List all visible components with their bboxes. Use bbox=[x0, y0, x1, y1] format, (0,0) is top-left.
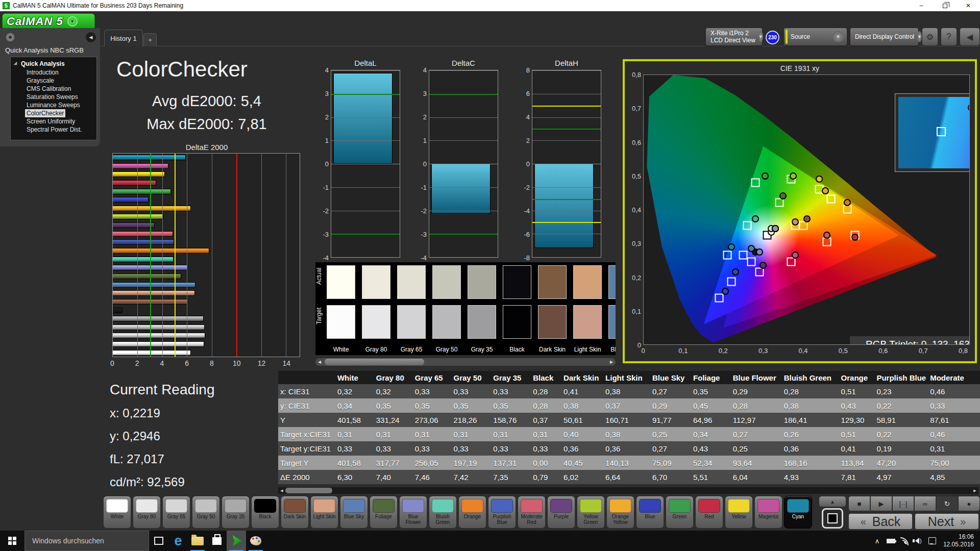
add-tab-button[interactable]: + bbox=[143, 33, 157, 46]
meter-dropdown[interactable]: X-Rite i1Pro 2 LCD Direct View ▼ bbox=[705, 28, 763, 46]
scrollbar-thumb[interactable] bbox=[285, 488, 332, 493]
swatch-scrollbar[interactable]: ◀ ▶ bbox=[315, 358, 616, 366]
tabbar-divider bbox=[100, 46, 980, 46]
scrollbar-thumb[interactable] bbox=[325, 359, 424, 365]
patch-button-red[interactable]: Red bbox=[695, 496, 723, 529]
paint-taskbar-button[interactable] bbox=[246, 531, 265, 551]
task-view-button[interactable] bbox=[149, 531, 168, 551]
patch-button-cyan[interactable]: Cyan bbox=[784, 496, 812, 529]
patch-button-blue-sky[interactable]: Blue Sky bbox=[340, 496, 368, 529]
patch-button-dark-skin[interactable]: Dark Skin bbox=[281, 496, 309, 529]
patch-button-purple[interactable]: Purple bbox=[547, 496, 575, 529]
sidebar-item-screen-uniformity[interactable]: Screen Uniformity bbox=[25, 117, 77, 126]
sidebar-item-introduction[interactable]: Introduction bbox=[25, 68, 60, 77]
table-cell: 273,06 bbox=[413, 413, 452, 427]
gridline bbox=[532, 117, 601, 118]
patch-button-black[interactable]: Black bbox=[251, 496, 279, 529]
file-explorer-button[interactable] bbox=[188, 531, 207, 551]
patch-button-light-skin[interactable]: Light Skin bbox=[310, 496, 338, 529]
patch-button-foliage[interactable]: Foliage bbox=[370, 496, 398, 529]
sidebar-item-spectral-power-dist-[interactable]: Spectral Power Dist. bbox=[25, 126, 84, 134]
patch-button-yellow-green[interactable]: Yellow Green bbox=[577, 496, 605, 529]
patch-button-blue[interactable]: Blue bbox=[636, 496, 664, 529]
help-button[interactable]: ? bbox=[941, 28, 957, 46]
patch-button-orange[interactable]: Orange bbox=[458, 496, 486, 529]
frame-button[interactable]: [··] bbox=[892, 496, 914, 511]
patch-button-bluish-green[interactable]: Bluish Green bbox=[429, 496, 457, 529]
scroll-right-icon[interactable]: ▶ bbox=[607, 358, 616, 366]
minimize-button[interactable]: – bbox=[910, 0, 933, 11]
patch-button-purplish-blue[interactable]: Purplish Blue bbox=[488, 496, 516, 529]
action-center-icon[interactable] bbox=[925, 531, 939, 551]
row-label: Target y:CIE31 bbox=[278, 441, 335, 456]
logo-dropdown-icon[interactable]: ▼ bbox=[67, 16, 78, 27]
search-input[interactable]: Windows durchsuchen bbox=[24, 531, 149, 551]
sidebar-item-grayscale[interactable]: Grayscale bbox=[25, 77, 56, 85]
table-scrollbar[interactable]: ◀ ▶ bbox=[278, 487, 978, 494]
patch-button-gray-80[interactable]: Gray 80 bbox=[133, 496, 161, 529]
sidebar-item-saturation-sweeps[interactable]: Saturation Sweeps bbox=[25, 93, 80, 101]
battery-icon[interactable] bbox=[884, 531, 898, 551]
taskbar-clock[interactable]: 16:06 12.05.2016 bbox=[939, 533, 980, 548]
next-button[interactable]: Next » bbox=[915, 513, 979, 530]
store-button[interactable] bbox=[207, 531, 227, 551]
scroll-right-icon[interactable]: ▶ bbox=[971, 487, 978, 494]
volume-icon[interactable]: ) bbox=[912, 531, 925, 551]
scroll-left-icon[interactable]: ◀ bbox=[278, 487, 285, 494]
patch-swatch bbox=[669, 499, 691, 513]
start-button[interactable] bbox=[0, 531, 24, 551]
pattern-window-button[interactable] bbox=[822, 508, 843, 529]
column-header-moderate: Moderate bbox=[928, 371, 980, 384]
table-row-target-x-cie31: Target x:CIE310,310,310,310,310,310,310,… bbox=[278, 427, 980, 441]
edge-taskbar-button[interactable]: e bbox=[168, 531, 188, 551]
tree-root-quick-analysis[interactable]: Quick Analysis bbox=[14, 60, 96, 67]
continuous-button[interactable]: ∞ bbox=[914, 496, 936, 511]
tab-history-1[interactable]: History 1 bbox=[104, 30, 143, 46]
calman-taskbar-button[interactable] bbox=[227, 531, 246, 551]
patch-button-moderate-red[interactable]: Moderate Red bbox=[518, 496, 546, 529]
settings-button[interactable]: ⚙ bbox=[922, 28, 938, 46]
patch-button-green[interactable]: Green bbox=[666, 496, 694, 529]
scroll-left-icon[interactable]: ◀ bbox=[315, 358, 324, 366]
back-button[interactable]: « Back bbox=[848, 513, 913, 530]
patch-button-orange-yellow[interactable]: Orange Yellow bbox=[606, 496, 634, 529]
patch-button-gray-35[interactable]: Gray 35 bbox=[222, 496, 250, 529]
patch-swatch bbox=[521, 499, 543, 513]
session-indicator-icon[interactable] bbox=[5, 32, 15, 42]
tray-chevron-icon[interactable]: ∧ bbox=[870, 531, 884, 551]
patch-swatch bbox=[165, 499, 187, 513]
calman-logo[interactable]: CalMAN 5 ▼ bbox=[2, 13, 95, 30]
y-tick-label: 2 bbox=[325, 113, 329, 121]
sidebar-item-cms-calibration[interactable]: CMS Calibration bbox=[25, 85, 72, 93]
calman-wordmark: CalMAN 5 bbox=[7, 15, 63, 28]
target-swatch bbox=[608, 305, 616, 339]
patch-button-gray-50[interactable]: Gray 50 bbox=[192, 496, 220, 529]
edge-icon: e bbox=[174, 534, 182, 548]
sidebar-collapse-button[interactable]: ◀ bbox=[86, 32, 96, 42]
patch-swatch bbox=[432, 499, 454, 513]
collapse-panel-button[interactable]: ◀ bbox=[960, 28, 980, 46]
wifi-icon[interactable] bbox=[898, 531, 912, 551]
patch-button-white[interactable]: White bbox=[103, 496, 131, 529]
sidebar-item-colorchecker[interactable]: ColorChecker bbox=[25, 109, 65, 117]
patch-button-blue-flower[interactable]: Blue Flower bbox=[399, 496, 427, 529]
refresh-button[interactable]: ↻ bbox=[936, 496, 958, 511]
close-button[interactable]: ✕ bbox=[957, 0, 980, 11]
stop-button[interactable]: ■ bbox=[848, 496, 870, 511]
y-tick-label: 0,1 bbox=[626, 307, 641, 315]
source-dropdown[interactable]: Source ▼ bbox=[783, 28, 847, 46]
patch-button-gray-65[interactable]: Gray 65 bbox=[162, 496, 190, 529]
actual-swatch bbox=[503, 265, 531, 299]
patch-label: Purple bbox=[548, 514, 574, 519]
patch-button-magenta[interactable]: Magenta bbox=[754, 496, 782, 529]
patch-button-yellow[interactable]: Yellow bbox=[725, 496, 753, 529]
current-reading-value: fL: 27,017 bbox=[110, 452, 164, 466]
restore-button[interactable] bbox=[933, 0, 957, 11]
sidebar-item-luminance-sweeps[interactable]: Luminance Sweeps bbox=[25, 101, 82, 109]
swatch-compare-panel: ActualTargetWhiteGray 80Gray 65Gray 50Gr… bbox=[315, 262, 616, 355]
play-button[interactable]: ▶ bbox=[870, 496, 892, 511]
record-button[interactable]: ● bbox=[958, 496, 980, 511]
column-header-gray-50: Gray 50 bbox=[452, 371, 492, 384]
display-control-dropdown[interactable]: Direct Display Control ▼ bbox=[850, 28, 919, 46]
pattern-up-button[interactable]: ▲ bbox=[819, 496, 846, 507]
